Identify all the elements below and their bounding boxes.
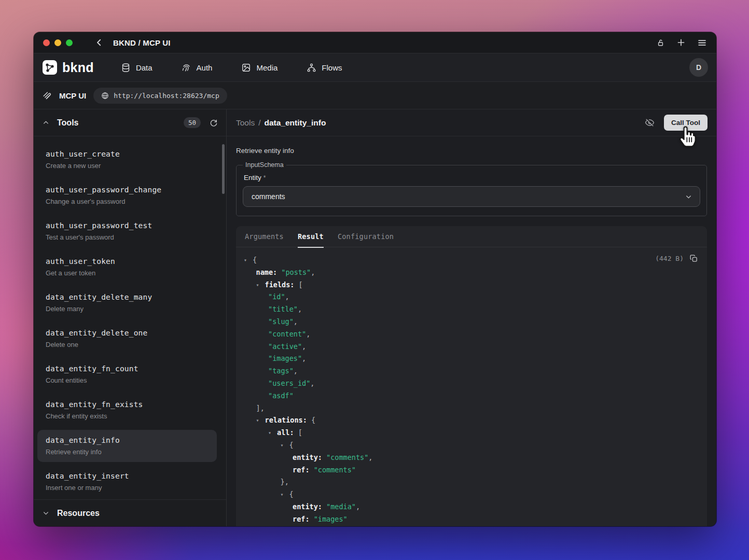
tool-description: Insert one or many	[46, 483, 209, 493]
breadcrumb: Tools / data_entity_info	[236, 118, 326, 128]
top-nav: bknd Data Auth Media	[34, 53, 716, 82]
json-line: "content",	[244, 328, 699, 341]
minimize-button[interactable]	[54, 39, 61, 46]
tool-name: data_entity_delete_one	[46, 328, 209, 338]
tool-description: Create a new user	[46, 161, 209, 171]
mcp-bar: MCP UI http://localhost:28623/mcp	[34, 82, 716, 109]
entity-select[interactable]: comments	[243, 186, 700, 207]
tool-name: auth_user_create	[46, 149, 209, 159]
nav-label: Auth	[197, 63, 213, 72]
call-tool-button[interactable]: Call Tool	[664, 115, 708, 131]
entity-select-value: comments	[252, 192, 285, 201]
tab-arguments[interactable]: Arguments	[245, 226, 284, 247]
database-icon	[121, 63, 131, 73]
resources-section-header[interactable]: Resources	[34, 499, 226, 526]
chevron-up-icon	[42, 119, 50, 127]
mcp-url: http://localhost:28623/mcp	[114, 92, 219, 100]
tool-description: Count entities	[46, 376, 209, 385]
tool-description: Check if entity exists	[46, 412, 209, 421]
json-line: ▾{	[244, 439, 699, 452]
json-line: ▾{	[244, 254, 699, 267]
breadcrumb-section[interactable]: Tools	[236, 118, 255, 128]
result-size-label: (442 B)	[655, 255, 684, 262]
json-result-view: (442 B) ▾{name: "posts",▾fields: ["id","…	[236, 247, 707, 526]
nav-item-media[interactable]: Media	[241, 63, 278, 73]
refresh-icon[interactable]	[209, 118, 218, 127]
list-item-tool[interactable]: data_entity_infoRetrieve entity info	[37, 430, 217, 462]
result-panel: ArgumentsResultConfiguration (442 B) ▾{n…	[236, 226, 707, 526]
desktop: { "titlebar": { "title": "BKND / MCP UI"…	[0, 0, 749, 560]
tool-name: auth_user_password_change	[46, 185, 209, 195]
new-tab-icon[interactable]	[676, 38, 686, 47]
tool-name: data_entity_insert	[46, 471, 209, 481]
tool-name: auth_user_token	[46, 256, 209, 267]
mcp-icon	[42, 91, 52, 101]
json-line: name: "posts",	[244, 267, 699, 279]
resources-section-title: Resources	[57, 509, 100, 518]
required-mark: *	[263, 174, 266, 181]
breadcrumb-tool-name: data_entity_info	[265, 118, 326, 128]
close-button[interactable]	[43, 39, 50, 46]
json-line: "tags",	[244, 365, 699, 377]
collapse-toggle-icon[interactable]: ▾	[281, 488, 289, 501]
list-item-tool[interactable]: data_entity_delete_oneDelete one	[37, 323, 217, 355]
nav-label: Data	[136, 63, 152, 72]
tool-name: data_entity_fn_count	[46, 363, 209, 374]
bknd-logo-icon	[42, 60, 58, 75]
app-window: BKND / MCP UI bknd Data	[34, 32, 716, 526]
titlebar: BKND / MCP UI	[34, 32, 716, 53]
sidebar-scrollbar[interactable]	[222, 144, 225, 194]
tab-configuration[interactable]: Configuration	[338, 226, 394, 247]
tool-name: data_entity_delete_many	[46, 292, 209, 302]
nav-items: Data Auth Media Flows	[121, 63, 342, 73]
json-line: entity: "media",	[244, 501, 699, 513]
nav-label: Flows	[322, 63, 342, 72]
tool-name: data_entity_fn_exists	[46, 399, 209, 410]
json-line: ▾fields: [	[244, 279, 699, 291]
collapse-toggle-icon[interactable]: ▾	[244, 254, 253, 267]
list-item-tool[interactable]: data_entity_fn_existsCheck if entity exi…	[37, 394, 217, 426]
json-line: entity: "comments",	[244, 452, 699, 464]
back-icon[interactable]	[94, 38, 104, 47]
list-item-tool[interactable]: auth_user_password_testTest a user's pas…	[37, 215, 217, 247]
json-line: "id",	[244, 291, 699, 303]
globe-icon	[101, 92, 109, 100]
json-line: ▾{	[244, 488, 699, 501]
mcp-url-pill[interactable]: http://localhost:28623/mcp	[93, 88, 227, 104]
tool-header: Tools / data_entity_info Call Tool	[227, 109, 716, 136]
list-item-tool[interactable]: data_entity_insertInsert one or many	[37, 466, 217, 498]
chevron-down-icon	[685, 193, 692, 201]
json-line: "asdf"	[244, 390, 699, 402]
list-item-tool[interactable]: data_entity_delete_manyDelete many	[37, 287, 217, 319]
input-schema-legend: InputSchema	[243, 161, 286, 169]
brand[interactable]: bknd	[42, 60, 94, 75]
user-avatar[interactable]: D	[689, 58, 708, 77]
list-item-tool[interactable]: auth_user_tokenGet a user token	[37, 251, 217, 283]
collapse-toggle-icon[interactable]: ▾	[281, 439, 289, 452]
tab-result[interactable]: Result	[298, 226, 324, 247]
json-tree[interactable]: ▾{name: "posts",▾fields: ["id","title","…	[244, 254, 699, 526]
tool-name: data_entity_info	[46, 435, 209, 445]
list-item-tool[interactable]: auth_user_createCreate a new user	[37, 144, 217, 176]
list-item-tool[interactable]: auth_user_password_changeChange a user's…	[37, 179, 217, 212]
json-line: "images",	[244, 353, 699, 365]
zoom-button[interactable]	[66, 39, 73, 46]
list-item-tool[interactable]: data_entity_fn_countCount entities	[37, 358, 217, 390]
window-title: BKND / MCP UI	[113, 38, 171, 47]
nav-item-auth[interactable]: Auth	[182, 63, 213, 73]
tools-section-header[interactable]: Tools 50	[34, 109, 226, 136]
collapse-toggle-icon[interactable]: ▾	[256, 414, 265, 427]
nav-item-data[interactable]: Data	[121, 63, 152, 73]
nav-item-flows[interactable]: Flows	[307, 63, 342, 73]
nav-label: Media	[256, 63, 278, 72]
collapse-toggle-icon[interactable]: ▾	[256, 279, 265, 291]
menu-icon[interactable]	[697, 38, 707, 48]
lock-icon[interactable]	[656, 38, 665, 47]
copy-icon[interactable]	[689, 254, 698, 263]
chevron-down-icon	[42, 509, 50, 517]
collapse-toggle-icon[interactable]: ▾	[268, 427, 277, 439]
json-line: "title",	[244, 303, 699, 316]
json-line: ref: "comments"	[244, 464, 699, 477]
eye-off-icon[interactable]	[645, 118, 655, 128]
brand-name: bknd	[62, 60, 94, 75]
